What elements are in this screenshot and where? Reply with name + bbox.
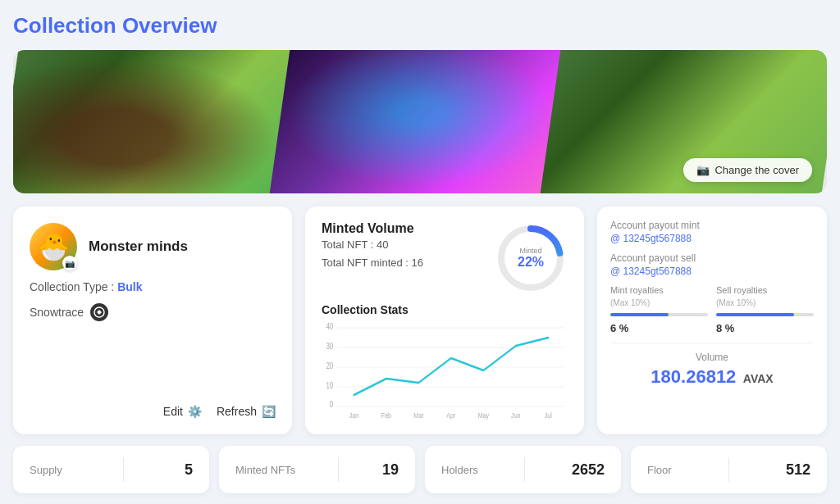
- stat-label: Minted NFTs: [235, 464, 295, 476]
- left-card-actions: Edit ⚙️ Refresh 🔄: [30, 372, 276, 418]
- account-payout-mint-address: @ 13245gt567888: [610, 233, 814, 244]
- profile-header: 🐣 📷 Monster minds: [30, 223, 276, 270]
- svg-text:Jan: Jan: [349, 411, 358, 420]
- volume-value: 180.26812: [651, 366, 736, 387]
- collection-type-label: Collection Type :: [30, 280, 114, 293]
- snowtrace-label: Snowtrace: [30, 306, 84, 319]
- donut-chart: Minted 22%: [494, 221, 568, 295]
- mint-royalties-bar-fill: [610, 313, 669, 316]
- stat-separator: [524, 457, 525, 482]
- edit-label: Edit: [163, 405, 183, 418]
- svg-text:10: 10: [326, 381, 333, 390]
- refresh-icon: 🔄: [262, 405, 276, 418]
- sell-royalties-sub: (Max 10%): [716, 298, 814, 307]
- minted-volume-title: Minted Volume: [322, 221, 423, 236]
- svg-text:30: 30: [326, 342, 333, 351]
- royalties-row: Mint royalties (Max 10%) 6 % Sell royalt…: [610, 285, 814, 334]
- svg-text:40: 40: [326, 322, 333, 331]
- change-cover-label: Change the cover: [714, 164, 799, 176]
- stat-card: Floor 512: [631, 446, 827, 493]
- svg-text:May: May: [478, 411, 490, 420]
- sell-royalties-bar: [716, 313, 814, 316]
- collection-type-row: Collection Type : Bulk: [30, 280, 276, 293]
- stat-label: Holders: [441, 464, 478, 476]
- stat-separator: [728, 457, 729, 482]
- stat-value: 2652: [572, 461, 605, 479]
- volume-display: 180.26812 AVAX: [610, 366, 814, 388]
- stat-label: Supply: [30, 464, 62, 476]
- chart-svg: 40 30 20 10 0 Jan Feb Mar Apr May Jun: [322, 321, 568, 420]
- collection-info-card: 🐣 📷 Monster minds Collection Type : Bulk…: [13, 207, 292, 434]
- collection-type-value: Bulk: [117, 280, 142, 293]
- snowtrace-icon[interactable]: [90, 303, 108, 321]
- sell-royalties-label: Sell royalties: [716, 285, 814, 295]
- mint-royalties-value: 6 %: [610, 322, 708, 334]
- total-nft-minted-label: Total NFT minted :: [322, 257, 409, 269]
- volume-label: Volume: [610, 352, 814, 363]
- collection-stats-title: Collection Stats: [322, 303, 568, 316]
- banner-image-2: [269, 50, 570, 193]
- nft-stats: Total NFT : 40 Total NFT minted : 16: [322, 236, 423, 272]
- mint-royalties: Mint royalties (Max 10%) 6 %: [610, 285, 708, 334]
- account-payout-sell-label: Account payout sell: [610, 252, 814, 264]
- collection-stats-chart: 40 30 20 10 0 Jan Feb Mar Apr May Jun: [322, 321, 568, 420]
- donut-label: Minted 22%: [494, 221, 568, 295]
- edit-button[interactable]: Edit ⚙️: [163, 405, 202, 418]
- account-payout-sell-address: @ 13245gt567888: [610, 266, 814, 277]
- stat-separator: [123, 457, 124, 482]
- svg-text:0: 0: [330, 400, 333, 409]
- change-cover-button[interactable]: 📷 Change the cover: [683, 158, 812, 182]
- avatar-wrapper: 🐣 📷: [30, 223, 77, 270]
- stat-value: 19: [382, 461, 399, 479]
- sell-royalties-value: 8 %: [716, 322, 814, 334]
- svg-text:Jun: Jun: [511, 411, 520, 420]
- stat-card: Minted NFTs 19: [219, 446, 415, 493]
- refresh-button[interactable]: Refresh 🔄: [217, 405, 276, 418]
- camera-icon: 📷: [696, 164, 710, 176]
- mint-royalties-bar: [610, 313, 708, 316]
- stat-value: 5: [185, 461, 193, 479]
- account-payout-mint-label: Account payout mint: [610, 220, 814, 231]
- minted-volume-left: Minted Volume Total NFT : 40 Total NFT m…: [322, 221, 423, 272]
- bottom-stats: Supply 5 Minted NFTs 19 Holders 2652 Flo…: [13, 446, 827, 493]
- minted-volume-card: Minted Volume Total NFT : 40 Total NFT m…: [305, 207, 584, 434]
- donut-percentage: 22%: [518, 255, 544, 270]
- volume-section: Volume 180.26812 AVAX: [610, 343, 814, 388]
- sell-royalties: Sell royalties (Max 10%) 8 %: [716, 285, 814, 334]
- stat-card: Holders 2652: [425, 446, 621, 493]
- collection-name: Monster minds: [89, 238, 188, 255]
- banner: 📷 Change the cover: [13, 50, 827, 193]
- total-nft-minted-value: 16: [412, 257, 423, 269]
- avatar-edit-icon[interactable]: 📷: [62, 256, 77, 270]
- volume-currency: AVAX: [743, 372, 774, 385]
- sell-royalties-bar-fill: [716, 313, 794, 316]
- svg-text:Apr: Apr: [446, 411, 455, 420]
- stat-label: Floor: [647, 464, 672, 476]
- banner-image-1: [13, 50, 299, 193]
- svg-text:Jul: Jul: [545, 411, 552, 420]
- mint-royalties-label: Mint royalties: [610, 285, 708, 295]
- main-grid: 🐣 📷 Monster minds Collection Type : Bulk…: [13, 207, 827, 434]
- refresh-label: Refresh: [217, 405, 257, 418]
- stat-card: Supply 5: [13, 446, 209, 493]
- mint-royalties-sub: (Max 10%): [610, 298, 708, 307]
- payout-card: Account payout mint @ 13245gt567888 Acco…: [597, 207, 827, 434]
- total-nft-label: Total NFT :: [322, 238, 373, 251]
- stat-value: 512: [786, 461, 810, 479]
- gear-icon: ⚙️: [188, 405, 202, 418]
- svg-text:Mar: Mar: [413, 411, 423, 420]
- stat-separator: [338, 457, 339, 482]
- donut-inner-text: Minted: [519, 247, 541, 255]
- svg-text:20: 20: [326, 361, 333, 370]
- total-nft-value: 40: [377, 238, 388, 251]
- snowtrace-row: Snowtrace: [30, 303, 276, 321]
- page-title: Collection Overview: [13, 13, 827, 39]
- svg-text:Feb: Feb: [381, 411, 392, 420]
- minted-volume-header: Minted Volume Total NFT : 40 Total NFT m…: [322, 221, 568, 295]
